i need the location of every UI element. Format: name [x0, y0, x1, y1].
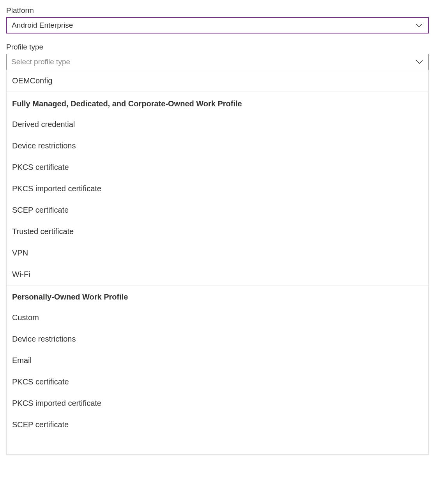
profile-type-select[interactable]: Select profile type: [6, 54, 429, 70]
dropdown-scroll-area[interactable]: OEMConfigFully Managed, Dedicated, and C…: [7, 70, 428, 454]
dropdown-group-header: Fully Managed, Dedicated, and Corporate-…: [7, 92, 428, 114]
dropdown-option[interactable]: PKCS imported certificate: [7, 393, 428, 414]
dropdown-option[interactable]: PKCS certificate: [7, 371, 428, 393]
chevron-down-icon: [416, 60, 423, 64]
dropdown-group-header: Personally-Owned Work Profile: [7, 285, 428, 307]
dropdown-option[interactable]: PKCS imported certificate: [7, 178, 428, 199]
dropdown-option[interactable]: PKCS certificate: [7, 157, 428, 178]
platform-field: Platform Android Enterprise: [6, 6, 429, 33]
dropdown-option[interactable]: VPN: [7, 242, 428, 264]
dropdown-option[interactable]: SCEP certificate: [7, 199, 428, 221]
dropdown-option[interactable]: Device restrictions: [7, 135, 428, 157]
dropdown-option[interactable]: Derived credential: [7, 114, 428, 135]
dropdown-option[interactable]: Trusted certificate: [7, 221, 428, 242]
dropdown-option[interactable]: Wi-Fi: [7, 264, 428, 285]
dropdown-option[interactable]: Custom: [7, 307, 428, 328]
profile-type-label: Profile type: [6, 43, 429, 51]
dropdown-option[interactable]: SCEP certificate: [7, 414, 428, 435]
platform-select[interactable]: Android Enterprise: [6, 17, 429, 33]
dropdown-option[interactable]: OEMConfig: [7, 70, 428, 92]
platform-value: Android Enterprise: [12, 21, 73, 30]
chevron-down-icon: [416, 23, 423, 27]
dropdown-option[interactable]: Email: [7, 350, 428, 371]
profile-type-placeholder: Select profile type: [11, 58, 70, 66]
platform-label: Platform: [6, 6, 429, 15]
profile-type-field: Profile type Select profile type OEMConf…: [6, 43, 429, 455]
profile-type-dropdown: OEMConfigFully Managed, Dedicated, and C…: [6, 70, 429, 455]
dropdown-option[interactable]: Device restrictions: [7, 328, 428, 350]
